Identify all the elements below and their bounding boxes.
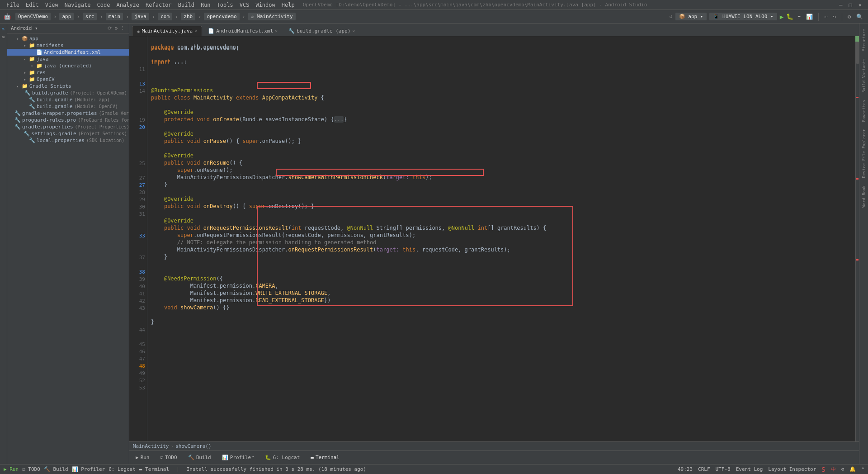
panel-sync-icon[interactable]: ⟳ [108, 25, 112, 31]
undo-button[interactable]: ↩ [823, 13, 829, 21]
window-minimize[interactable]: — [836, 2, 845, 8]
breadcrumb-mainactivity[interactable]: MainActivity [133, 443, 169, 449]
code-editor[interactable]: 11 13 14 19 20 25 27 27 28 29 30 [129, 36, 859, 441]
status-ime-cn[interactable]: 中 [831, 466, 836, 473]
tab-mainactivity[interactable]: ☕ MainActivity.java ✕ [132, 26, 202, 36]
status-todo-icon[interactable]: ☑ TODO [22, 466, 40, 472]
right-tab-build-variants[interactable]: Build Variants [861, 55, 867, 96]
module-selector[interactable]: 📦 app ▾ [675, 13, 707, 20]
breadcrumb-src[interactable]: src [83, 13, 97, 20]
device-selector[interactable]: 📱 HUAWEI LON-AL00 ▾ [709, 13, 777, 20]
settings-button[interactable]: ⚙ [846, 13, 852, 21]
tab-manifest-close[interactable]: ✕ [275, 28, 278, 33]
right-tab-device-file-explorer[interactable]: Device File Explorer [861, 125, 867, 181]
breadcrumb-sep5: › [152, 14, 155, 20]
tree-item-settings-gradle[interactable]: 🔧 settings.gradle (Project Settings) [7, 130, 129, 137]
profile-button[interactable]: 📊 [805, 13, 814, 21]
tab-mainactivity-close[interactable]: ✕ [194, 28, 197, 33]
status-build-icon[interactable]: 🔨 Build [44, 466, 68, 472]
run-button[interactable]: ↺ [670, 14, 673, 19]
search-button[interactable]: 🔍 [855, 13, 864, 21]
tree-item-gradle-properties[interactable]: 🔧 gradle.properties (Project Properties) [7, 123, 129, 130]
sidebar-project-icon[interactable]: P [0, 25, 7, 33]
bottom-tab-todo[interactable]: ☑ TODO [157, 454, 181, 461]
sidebar-resource-icon[interactable]: R [0, 33, 7, 41]
menu-tools[interactable]: Tools [214, 1, 236, 9]
status-settings-icon[interactable]: ⚙ [841, 466, 844, 472]
tree-item-build-gradle-opencv[interactable]: 🔧 build.gradle (Module: OpenCV) [7, 103, 129, 110]
logcat-label: 6: Logcat [273, 455, 300, 460]
breadcrumb-opencvdemo[interactable]: OpenCVDemo [15, 13, 51, 20]
play-button[interactable]: ▶ [780, 13, 783, 20]
status-ime-icon[interactable]: S [821, 466, 825, 473]
toolbar-divider2 [842, 13, 842, 21]
right-tab-favorites[interactable]: Favorites [861, 96, 867, 126]
menu-analyze[interactable]: Analyze [113, 1, 142, 9]
bottom-tab-terminal[interactable]: ▬ Terminal [307, 454, 343, 461]
breadcrumb-mainactivity[interactable]: ☕ MainActivity [248, 13, 296, 20]
menu-run[interactable]: Run [198, 1, 213, 9]
panel-dropdown[interactable]: Android ▾ [11, 25, 38, 31]
tree-item-androidmanifest[interactable]: 📄 AndroidManifest.xml [7, 49, 129, 56]
breadcrumb-com[interactable]: com [158, 13, 172, 20]
tree-item-res[interactable]: ▾ 📁 res [7, 69, 129, 76]
tree-item-proguard[interactable]: 🔧 proguard-rules.pro (ProGuard Rules for… [7, 117, 129, 123]
debug-button[interactable]: 🐛 [786, 13, 793, 20]
right-tab-word-book[interactable]: Word Book [861, 182, 867, 211]
menu-file[interactable]: File [4, 1, 22, 9]
menu-refactor[interactable]: Refactor [143, 1, 175, 9]
panel-gear-icon[interactable]: ⋮ [120, 25, 125, 31]
tree-item-local-properties[interactable]: 🔧 local.properties (SDK Location) [7, 137, 129, 144]
menu-help[interactable]: Help [279, 1, 297, 9]
bottom-tab-profiler[interactable]: 📊 Profiler [218, 454, 258, 461]
breadcrumb-showcamera[interactable]: showCamera() [175, 443, 211, 449]
menu-build[interactable]: Build [175, 1, 197, 9]
menu-view[interactable]: View [42, 1, 61, 9]
coverage-button[interactable]: ☂ [796, 13, 802, 21]
bottom-tab-logcat[interactable]: 🐛 6: Logcat [261, 454, 304, 461]
tree-item-build-gradle-project[interactable]: 🔧 build.gradle (Project: OpenCVDemo) [7, 90, 129, 96]
tree-item-gradle-wrapper[interactable]: 🔧 gradle-wrapper.properties (Gradle Vers… [7, 110, 129, 117]
breadcrumb-main[interactable]: main [106, 13, 123, 20]
code-text[interactable]: package com.zhb.opencvdemo; import ... [147, 36, 859, 441]
breadcrumb-sep3: › [99, 14, 103, 20]
tree-item-opencv[interactable]: ▾ 📁 OpenCV [7, 76, 129, 83]
window-close[interactable]: ✕ [856, 2, 864, 8]
tab-androidmanifest[interactable]: 📄 AndroidManifest.xml ✕ [203, 26, 283, 36]
breadcrumb-zhb[interactable]: zhb [181, 13, 195, 20]
status-extra-icon[interactable]: ⌃ [861, 466, 864, 472]
status-run-icon[interactable]: ▶ Run [4, 466, 19, 472]
tree-item-java-generated[interactable]: ▾ 📁 java (generated) [7, 62, 129, 69]
menu-vcs[interactable]: VCS [237, 1, 252, 9]
menu-window[interactable]: Window [253, 1, 278, 9]
left-sidebar-strip: P R [0, 24, 7, 464]
menu-navigate[interactable]: Navigate [62, 1, 94, 9]
tree-item-app[interactable]: ▾ 📦 app [7, 35, 129, 42]
status-notification-icon[interactable]: 🔔 [849, 466, 856, 472]
event-log-button[interactable]: Event Log [736, 466, 763, 472]
window-maximize[interactable]: □ [846, 2, 855, 8]
status-profiler-icon[interactable]: 📊 Profiler [72, 466, 105, 472]
breadcrumb-java[interactable]: java [132, 13, 149, 20]
tree-item-java[interactable]: ▾ 📁 java [7, 56, 129, 62]
tab-gradle-close[interactable]: ✕ [352, 28, 355, 33]
layout-inspector-button[interactable]: Layout Inspector [768, 466, 816, 472]
redo-button[interactable]: ↪ [832, 13, 838, 21]
tree-item-gradle-scripts[interactable]: ▾ 📁 Gradle Scripts [7, 83, 129, 90]
menu-edit[interactable]: Edit [23, 1, 42, 9]
bottom-tab-run[interactable]: ▶ Run [132, 454, 153, 461]
status-encoding: CRLF [698, 466, 710, 472]
status-terminal-icon[interactable]: ▬ Terminal [139, 466, 169, 472]
tab-buildgradle[interactable]: 🔧 build.gradle (app) ✕ [283, 26, 360, 36]
breadcrumb-app[interactable]: app [59, 13, 74, 20]
tree-item-build-gradle-app[interactable]: 🔧 build.gradle (Module: app) [7, 96, 129, 103]
bottom-tab-build[interactable]: 🔨 Build [184, 454, 215, 461]
panel-settings-icon[interactable]: ⚙ [114, 25, 118, 31]
right-tab-structure[interactable]: Structure [861, 25, 867, 55]
tree-item-manifests[interactable]: ▾ 📁 manifests [7, 42, 129, 49]
breadcrumb-opencvdemo2[interactable]: opencvdemo [204, 13, 239, 20]
status-logcat-icon[interactable]: 6: Logcat [108, 466, 136, 472]
menu-code[interactable]: Code [94, 1, 113, 9]
tab-gradle-label: build.gradle (app) [297, 28, 350, 34]
breadcrumb-sep4: › [126, 14, 129, 20]
